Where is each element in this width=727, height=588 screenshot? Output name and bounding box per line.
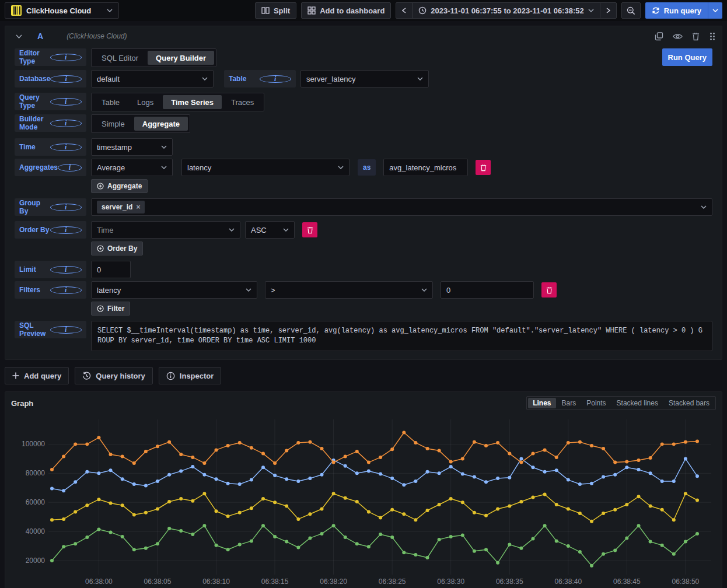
- hide-response-eye-icon[interactable]: [673, 33, 683, 40]
- filter-operator-select[interactable]: >: [265, 281, 433, 299]
- svg-text:06:38:20: 06:38:20: [320, 578, 347, 586]
- graph-style-stacked-bars[interactable]: Stacked bars: [664, 398, 714, 408]
- add-query-button[interactable]: Add query: [5, 367, 69, 384]
- svg-text:06:38:05: 06:38:05: [144, 578, 172, 586]
- time-shift-forward-button[interactable]: [600, 2, 617, 19]
- time-shift-back-button[interactable]: [396, 2, 413, 19]
- zoom-out-icon: [627, 6, 635, 15]
- chevron-down-icon: [712, 9, 718, 12]
- add-query-label: Add query: [24, 372, 61, 380]
- database-select[interactable]: default: [91, 70, 214, 88]
- time-column-label: Time i: [15, 138, 86, 156]
- info-icon[interactable]: i: [50, 98, 82, 106]
- aggregates-label: Aggregates i: [15, 159, 86, 176]
- svg-text:06:38:15: 06:38:15: [261, 578, 289, 586]
- add-order-by-label: Order By: [107, 244, 137, 253]
- aggregate-alias-input[interactable]: [383, 159, 468, 176]
- chevron-down-icon: [161, 145, 167, 149]
- info-icon[interactable]: i: [50, 204, 82, 211]
- remove-filter-button[interactable]: [541, 282, 557, 298]
- add-to-dashboard-button[interactable]: Add to dashboard: [301, 2, 391, 19]
- run-query-button[interactable]: Run query: [645, 2, 708, 19]
- editor-type-sql-editor[interactable]: SQL Editor: [93, 51, 146, 65]
- time-series-chart[interactable]: 2000040000600008000010000006:38:0006:38:…: [5, 411, 722, 588]
- time-range-button[interactable]: 2023-11-01 06:37:55 to 2023-11-01 06:38:…: [412, 2, 600, 19]
- query-editor-panel: A (ClickHouse Cloud) Editor Type i SQL E…: [5, 26, 722, 360]
- query-history-label: Query history: [96, 372, 145, 380]
- query-type-traces[interactable]: Traces: [223, 95, 262, 109]
- aggregate-column-select[interactable]: latency: [181, 159, 349, 176]
- explore-actions: Add query Query history Inspector: [5, 367, 722, 384]
- chevron-down-icon: [246, 288, 251, 292]
- plus-icon: [12, 372, 19, 379]
- filter-value-input[interactable]: [441, 281, 534, 299]
- query-history-button[interactable]: Query history: [75, 367, 153, 384]
- info-icon[interactable]: i: [50, 226, 82, 234]
- zoom-out-button[interactable]: [621, 2, 641, 19]
- table-select[interactable]: server_latency: [300, 70, 429, 88]
- info-icon[interactable]: i: [50, 326, 82, 334]
- run-query-interval-dropdown[interactable]: [708, 2, 722, 19]
- plus-circle-icon: [97, 245, 104, 252]
- graph-style-stacked-lines[interactable]: Stacked lines: [612, 398, 663, 408]
- editor-type-query-builder[interactable]: Query Builder: [148, 51, 214, 65]
- graph-style-lines[interactable]: Lines: [528, 398, 555, 408]
- order-by-label: Order By i: [15, 221, 86, 239]
- history-icon: [82, 372, 91, 380]
- remove-aggregate-button[interactable]: [476, 160, 491, 175]
- builder-mode-aggregate[interactable]: Aggregate: [134, 117, 188, 131]
- editor-type-label: Editor Type i: [15, 48, 86, 66]
- add-order-by-button[interactable]: Order By: [91, 242, 143, 256]
- plus-circle-icon: [97, 183, 104, 190]
- clock-icon: [418, 6, 427, 15]
- info-icon[interactable]: i: [50, 144, 82, 151]
- builder-mode-simple[interactable]: Simple: [93, 117, 133, 131]
- add-aggregate-button[interactable]: Aggregate: [91, 179, 148, 193]
- graph-style-points[interactable]: Points: [582, 398, 610, 408]
- trash-icon: [546, 286, 553, 294]
- query-type-logs[interactable]: Logs: [129, 95, 162, 109]
- filter-field-select[interactable]: latency: [91, 281, 257, 299]
- svg-text:80000: 80000: [26, 469, 46, 477]
- info-icon[interactable]: i: [50, 286, 82, 294]
- run-query-editor-button[interactable]: Run Query: [662, 48, 712, 66]
- group-by-select[interactable]: server_id ×: [91, 198, 712, 216]
- remove-order-by-button[interactable]: [302, 222, 317, 237]
- builder-mode-toggle: Simple Aggregate: [91, 114, 190, 133]
- split-button[interactable]: Split: [255, 2, 296, 19]
- info-icon[interactable]: i: [50, 120, 82, 127]
- query-ref-id[interactable]: A: [37, 32, 43, 41]
- datasource-picker[interactable]: ClickHouse Cloud: [5, 2, 119, 19]
- limit-input[interactable]: [91, 261, 131, 278]
- aggregate-function-select[interactable]: Average: [91, 159, 173, 176]
- query-type-table[interactable]: Table: [93, 95, 128, 109]
- time-picker-group: 2023-11-01 06:37:55 to 2023-11-01 06:38:…: [396, 2, 616, 19]
- graph-style-toggle: Lines Bars Points Stacked lines Stacked …: [526, 396, 716, 410]
- info-icon[interactable]: i: [260, 75, 292, 83]
- graph-style-bars[interactable]: Bars: [557, 398, 581, 408]
- order-by-direction-select[interactable]: ASC: [245, 221, 295, 239]
- remove-query-trash-icon[interactable]: [692, 32, 700, 41]
- svg-text:06:38:00: 06:38:00: [85, 578, 113, 586]
- collapse-chevron-icon[interactable]: [16, 34, 22, 38]
- duplicate-query-icon[interactable]: [655, 32, 663, 41]
- chevron-right-icon: [606, 8, 610, 13]
- table-label: Table i: [224, 70, 296, 88]
- info-icon[interactable]: i: [58, 164, 82, 172]
- drag-handle-icon[interactable]: [709, 32, 716, 41]
- datasource-name: ClickHouse Cloud: [26, 6, 102, 15]
- info-circle-icon: [166, 372, 175, 380]
- query-type-time-series[interactable]: Time Series: [163, 95, 222, 109]
- chevron-down-icon: [421, 288, 427, 292]
- remove-tag-icon[interactable]: ×: [136, 203, 140, 211]
- time-column-select[interactable]: timestamp: [91, 138, 173, 156]
- info-icon[interactable]: i: [50, 266, 82, 274]
- order-by-field-select[interactable]: Time: [91, 221, 240, 239]
- info-icon[interactable]: i: [50, 75, 82, 83]
- query-datasource-hint: (ClickHouse Cloud): [67, 32, 649, 40]
- inspector-button[interactable]: Inspector: [159, 367, 222, 384]
- editor-type-toggle: SQL Editor Query Builder: [91, 48, 216, 67]
- split-icon: [261, 6, 270, 15]
- info-icon[interactable]: i: [50, 54, 82, 61]
- add-filter-button[interactable]: Filter: [91, 302, 130, 316]
